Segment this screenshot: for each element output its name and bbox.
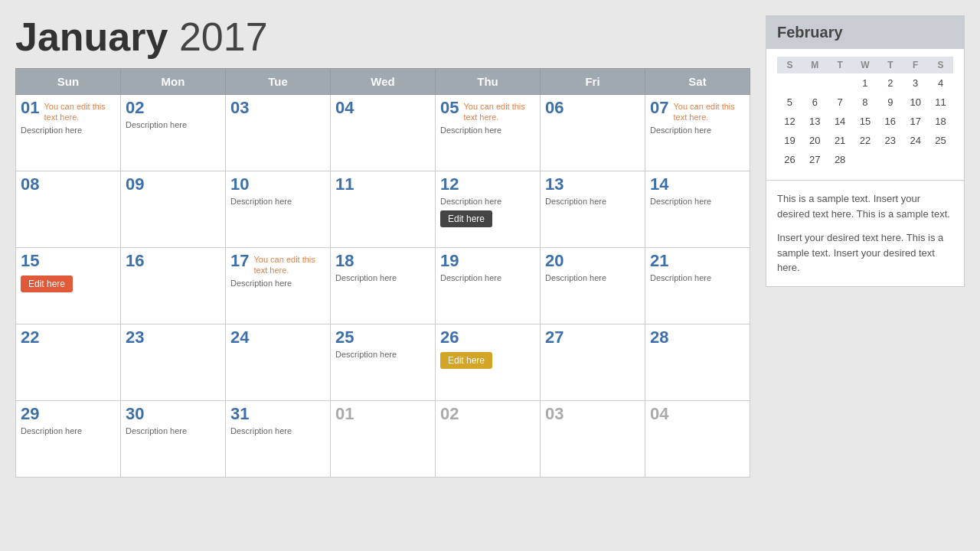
weekday-header: Wed xyxy=(331,69,436,95)
day-number: 11 xyxy=(335,174,354,194)
mini-calendar: February SMTWTFS 12345678910111213141516… xyxy=(766,15,965,181)
edit-button[interactable]: Edit here xyxy=(440,352,492,369)
weekday-header: Sun xyxy=(16,69,121,95)
cell-description: Description here xyxy=(230,426,325,435)
calendar-cell: 26Edit here xyxy=(436,324,541,401)
sidebar-text-2: Insert your desired text here. This is a… xyxy=(777,230,953,276)
mini-day-cell: 15 xyxy=(853,112,878,131)
calendar-cell: 11 xyxy=(331,171,436,248)
mini-day-cell: 20 xyxy=(802,131,828,150)
mini-weekday-header: T xyxy=(828,57,853,73)
calendar-cell: 08 xyxy=(16,171,121,248)
cell-description: Description here xyxy=(545,273,640,282)
mini-day-cell: 21 xyxy=(828,131,853,150)
mini-day-cell xyxy=(928,150,953,169)
cell-description: Description here xyxy=(230,279,325,288)
calendar-cell: 01 xyxy=(331,401,436,478)
cell-description: Description here xyxy=(650,197,745,206)
day-number: 18 xyxy=(335,251,354,271)
mini-day-cell: 2 xyxy=(877,73,903,93)
sidebar-text-block: This is a sample text. Insert your desir… xyxy=(766,181,965,287)
calendar-cell: 05You can edit this text here.Descriptio… xyxy=(436,95,541,171)
day-number: 31 xyxy=(230,404,249,424)
calendar-cell: 17You can edit this text here.Descriptio… xyxy=(226,248,331,324)
mini-weekday-header: W xyxy=(853,57,878,73)
sidebar-text-1: This is a sample text. Insert your desir… xyxy=(777,191,953,221)
weekday-header: Fri xyxy=(541,69,645,95)
calendar-table: SunMonTueWedThuFriSat 01You can edit thi… xyxy=(15,68,750,478)
mini-weekday-header: S xyxy=(928,57,953,73)
cell-description: Description here xyxy=(230,197,325,206)
day-number: 27 xyxy=(545,328,564,347)
calendar-cell: 09 xyxy=(121,171,226,248)
editable-text[interactable]: You can edit this text here. xyxy=(463,101,535,123)
day-number: 08 xyxy=(21,174,39,194)
calendar-cell: 03 xyxy=(226,95,331,171)
day-number: 25 xyxy=(335,328,354,347)
day-number: 02 xyxy=(440,404,459,424)
calendar-cell: 04 xyxy=(645,401,750,478)
calendar-cell: 30Description here xyxy=(121,401,226,478)
mini-day-cell: 22 xyxy=(853,131,878,150)
weekday-header: Tue xyxy=(226,69,331,95)
mini-day-cell: 25 xyxy=(928,131,953,150)
mini-cal-body: SMTWTFS 12345678910111213141516171819202… xyxy=(766,49,964,180)
cell-description: Description here xyxy=(650,273,745,282)
mini-day-cell: 24 xyxy=(903,131,928,150)
mini-day-cell: 13 xyxy=(802,112,828,131)
cell-description: Description here xyxy=(440,197,535,206)
weekday-header: Mon xyxy=(121,69,226,95)
main-calendar: January 2017 SunMonTueWedThuFriSat 01You… xyxy=(15,15,750,536)
mini-day-cell: 17 xyxy=(903,112,928,131)
mini-day-cell: 5 xyxy=(777,93,802,112)
calendar-cell: 21Description here xyxy=(645,248,750,324)
day-number: 26 xyxy=(440,328,459,347)
day-number: 14 xyxy=(650,174,668,194)
day-number: 06 xyxy=(545,98,564,118)
editable-text[interactable]: You can edit this text here. xyxy=(253,254,325,276)
cell-description: Description here xyxy=(21,426,116,435)
calendar-cell: 02Description here xyxy=(121,95,226,171)
day-number: 15 xyxy=(21,251,39,271)
weekday-header: Thu xyxy=(436,69,541,95)
calendar-cell: 15Edit here xyxy=(16,248,121,324)
mini-day-cell: 16 xyxy=(877,112,903,131)
calendar-cell: 10Description here xyxy=(226,171,331,248)
day-number: 30 xyxy=(126,404,144,424)
calendar-cell: 28 xyxy=(645,324,750,401)
calendar-cell: 16 xyxy=(121,248,226,324)
editable-text[interactable]: You can edit this text here. xyxy=(44,101,116,123)
cell-description: Description here xyxy=(440,273,535,282)
mini-day-cell: 28 xyxy=(828,150,853,169)
mini-weekday-header: S xyxy=(777,57,802,73)
day-number: 12 xyxy=(440,174,459,194)
editable-text[interactable]: You can edit this text here. xyxy=(673,101,745,123)
day-number: 01 xyxy=(21,98,39,118)
calendar-cell: 19Description here xyxy=(436,248,541,324)
day-number: 23 xyxy=(126,328,144,347)
mini-day-cell xyxy=(828,73,853,93)
mini-day-cell: 23 xyxy=(877,131,903,150)
calendar-cell: 22 xyxy=(16,324,121,401)
mini-day-cell xyxy=(853,150,878,169)
mini-day-cell: 6 xyxy=(802,93,828,112)
day-number: 03 xyxy=(230,98,249,118)
mini-cal-grid: SMTWTFS 12345678910111213141516171819202… xyxy=(777,57,953,169)
mini-day-cell: 8 xyxy=(853,93,878,112)
calendar-cell: 13Description here xyxy=(541,171,645,248)
calendar-cell: 03 xyxy=(541,401,645,478)
mini-month-header: February xyxy=(766,16,964,49)
cell-description: Description here xyxy=(545,197,640,206)
day-number: 04 xyxy=(335,98,354,118)
mini-day-cell: 27 xyxy=(802,150,828,169)
mini-day-cell: 12 xyxy=(777,112,802,131)
edit-button[interactable]: Edit here xyxy=(21,276,73,292)
day-number: 01 xyxy=(335,404,354,424)
edit-button[interactable]: Edit here xyxy=(440,210,492,227)
mini-day-cell: 7 xyxy=(828,93,853,112)
cell-description: Description here xyxy=(440,126,535,135)
sidebar: February SMTWTFS 12345678910111213141516… xyxy=(766,15,965,536)
mini-day-cell: 10 xyxy=(903,93,928,112)
calendar-cell: 14Description here xyxy=(645,171,750,248)
day-number: 04 xyxy=(650,404,668,424)
